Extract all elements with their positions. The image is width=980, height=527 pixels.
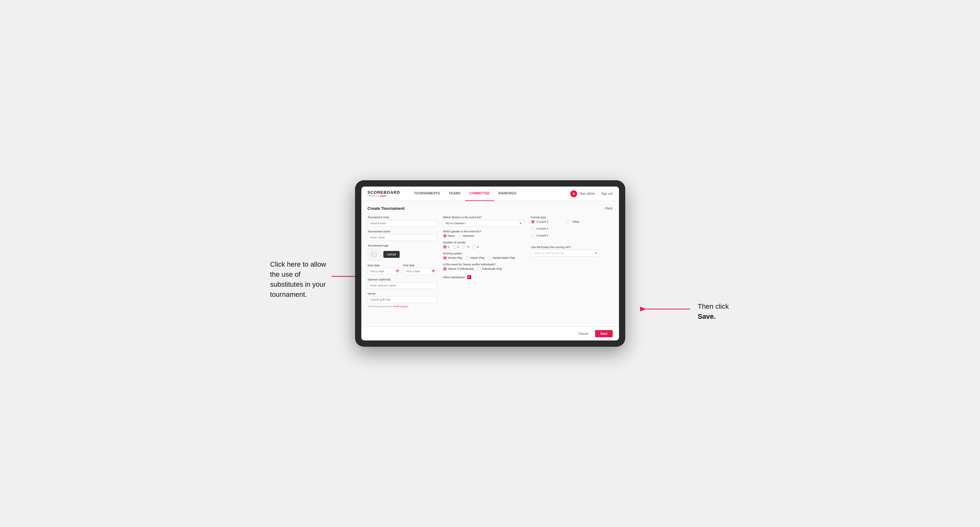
format-type-grid: 5 count 4 Other 6 count 4 (531, 220, 600, 239)
rounds-3-radio[interactable] (463, 245, 466, 249)
app-logo: SCOREBOARD Powered by clippd (368, 190, 400, 197)
gender-womens[interactable]: Womens (458, 234, 474, 238)
sponsor-input[interactable] (368, 282, 437, 289)
format-type-group: Format type 5 count 4 Other (531, 216, 600, 239)
format-6count5-radio[interactable] (531, 234, 535, 237)
upload-button[interactable]: Upload (383, 251, 400, 258)
gender-mens[interactable]: Mens (443, 234, 455, 238)
format-6count4-radio[interactable] (531, 227, 535, 230)
sponsor-label: Sponsor (optional) (368, 278, 437, 281)
division-group: Which division is the event for? NCAA Di… (443, 216, 525, 227)
rounds-4-radio[interactable] (472, 245, 476, 249)
tournament-name-group: Tournament name (368, 230, 437, 241)
rounds-2[interactable]: 2 (453, 245, 459, 249)
tournament-name-label: Tournament name (368, 230, 437, 233)
tournament-name-input[interactable] (368, 234, 437, 241)
format-other-radio[interactable] (567, 220, 571, 224)
tournament-host-label: Tournament Host (368, 216, 437, 219)
nav-item-committee[interactable]: COMMITTEE (465, 187, 494, 201)
scoring-service-group: Use third-party live scoring API? Select… (531, 246, 600, 257)
sponsor-group: Sponsor (optional) (368, 278, 437, 289)
form-col-3: Format type 5 count 4 Other (531, 216, 600, 308)
allow-substitutes-label: Allow substitutes? (443, 276, 466, 279)
tournament-host-group: Tournament Host (368, 216, 437, 227)
nav-item-tournaments[interactable]: TOURNAMENTS (409, 187, 444, 201)
event-for-label: Is this event for Teams and/or Individua… (443, 263, 525, 266)
rounds-2-radio[interactable] (453, 245, 457, 249)
event-teams-radio[interactable] (443, 267, 447, 271)
end-date-wrapper: 📅 (403, 268, 437, 275)
gender-mens-radio[interactable] (443, 234, 447, 238)
logo-upload-area: Upload (368, 248, 437, 261)
format-type-label: Format type (531, 216, 600, 219)
scoring-service-select[interactable]: Select a scoring service (531, 250, 600, 257)
division-label: Which division is the event for? (443, 216, 525, 219)
scoring-medal-radio[interactable] (488, 256, 492, 260)
start-date-group: Start date 📅 (368, 264, 401, 275)
date-row: Start date 📅 End date 📅 (368, 264, 437, 275)
rounds-1[interactable]: 1 (443, 245, 450, 249)
scoring-medal-match[interactable]: Medal Match Play (488, 256, 515, 260)
tournament-logo-label: Tournament logo (368, 244, 437, 247)
format-6count4[interactable]: 6 count 4 (531, 227, 564, 230)
tournament-logo-group: Tournament logo Upload (368, 244, 437, 261)
page-title: Create Tournament (368, 206, 405, 211)
format-5count4-radio[interactable] (531, 220, 535, 224)
sign-out-link[interactable]: Sign out (601, 192, 613, 195)
email-support-link[interactable]: email support (393, 305, 409, 308)
scoring-match-radio[interactable] (466, 256, 469, 260)
format-other[interactable]: Other (567, 220, 600, 224)
scoring-stroke-play[interactable]: Stroke Play (443, 256, 463, 260)
rounds-radio-group: 1 2 3 (443, 245, 525, 249)
scoring-stroke-radio[interactable] (443, 256, 447, 260)
rounds-1-radio[interactable] (443, 245, 447, 249)
form-col-1: Tournament Host Tournament name Tourname… (368, 216, 437, 308)
cancel-button[interactable]: Cancel (575, 330, 592, 337)
division-select[interactable]: NCAA Division I NCAA Division II NCAA Di… (443, 220, 525, 227)
gender-womens-radio[interactable] (458, 234, 462, 238)
scoring-match-play[interactable]: Match Play (466, 256, 485, 260)
start-date-calendar-icon: 📅 (396, 270, 399, 273)
bottom-bar: Cancel Save (361, 327, 619, 340)
scoring-system-label: Scoring system (443, 252, 525, 255)
rounds-group: Number of rounds 1 2 (443, 241, 525, 249)
venue-input[interactable] (368, 296, 437, 303)
event-for-radio-group: Teams (+Individuals) Individuals Only (443, 267, 525, 271)
format-6count5[interactable]: 6 count 5 (531, 234, 564, 237)
form-col-2: Which division is the event for? NCAA Di… (443, 216, 525, 308)
nav-divider: | (598, 192, 598, 195)
start-date-label: Start date (368, 264, 401, 267)
nav-links: TOURNAMENTS TEAMS COMMITTEE RANKINGS (409, 187, 570, 201)
annotation-left: Click here to allow the use of substitut… (270, 259, 333, 300)
logo-clippd: clippd (380, 195, 386, 197)
gender-label: Which gender is the event for? (443, 230, 525, 233)
venue-label: Venue (368, 292, 437, 295)
back-button[interactable]: ‹ Back (604, 206, 613, 210)
rounds-3[interactable]: 3 (463, 245, 469, 249)
event-individuals[interactable]: Individuals Only (477, 267, 502, 271)
venue-help-text: Can't find your venue? email support (368, 305, 437, 308)
nav-item-teams[interactable]: TEAMS (445, 187, 465, 201)
rounds-4[interactable]: 4 (472, 245, 479, 249)
save-button[interactable]: Save (595, 330, 612, 337)
start-date-wrapper: 📅 (368, 268, 401, 275)
page-header: Create Tournament ‹ Back (368, 206, 613, 211)
venue-group: Venue Can't find your venue? email suppo… (368, 292, 437, 308)
nav-user-area: B blair admin | Sign out (570, 190, 612, 197)
format-5count4[interactable]: 5 count 4 (531, 220, 564, 224)
allow-substitutes-checkbox[interactable]: ✓ (467, 275, 471, 279)
annotation-right: Then click Save. (698, 302, 729, 322)
app-navbar: SCOREBOARD Powered by clippd TOURNAMENTS… (361, 187, 619, 201)
event-teams[interactable]: Teams (+Individuals) (443, 267, 474, 271)
svg-point-3 (372, 253, 373, 254)
nav-item-rankings[interactable]: RANKINGS (494, 187, 521, 201)
rounds-label: Number of rounds (443, 241, 525, 244)
end-date-group: End date 📅 (403, 264, 437, 275)
tournament-host-input[interactable] (368, 220, 437, 227)
main-content: Create Tournament ‹ Back Tournament Host (361, 201, 619, 327)
form-grid: Tournament Host Tournament name Tourname… (368, 216, 613, 308)
right-arrow (641, 301, 692, 317)
event-for-group: Is this event for Teams and/or Individua… (443, 263, 525, 271)
logo-scoreboard-text: SCOREBOARD (368, 190, 400, 195)
event-individuals-radio[interactable] (477, 267, 481, 271)
